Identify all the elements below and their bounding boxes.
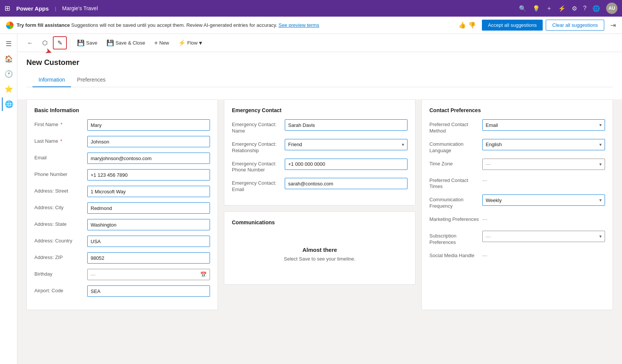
phone-input[interactable]: [87, 169, 210, 180]
sidebar-menu-icon[interactable]: ☰: [2, 37, 15, 51]
app-layout: ☰ 🏠 🕐 ⭐ 🌐 ← ⬡ ✎ ➤ 💾 Save: [0, 34, 622, 364]
contact-times-field: Preferred Contact Times ---: [429, 175, 605, 190]
flow-dropdown-icon: ▾: [199, 39, 202, 46]
contact-times-value: ---: [482, 175, 605, 183]
city-label: Address: City: [34, 202, 87, 211]
popout-button[interactable]: ⬡: [39, 37, 51, 49]
marketing-field: Marketing Preferences ---: [429, 214, 605, 226]
clear-all-button[interactable]: Clear all suggestions: [546, 20, 604, 31]
birthday-input[interactable]: [91, 272, 200, 278]
middle-column: Emergency Contact Emergency Contact: Nam…: [224, 99, 415, 310]
subscription-dropdown-icon: ▾: [599, 234, 602, 239]
accept-all-button[interactable]: Accept all suggestions: [482, 20, 543, 31]
sidebar: ☰ 🏠 🕐 ⭐ 🌐: [0, 34, 17, 364]
form-sections: Basic Information First Name * Last Name: [26, 99, 613, 310]
city-field: Address: City: [34, 202, 210, 214]
first-name-field: First Name *: [34, 119, 210, 131]
relationship-dropdown-icon: ▾: [402, 142, 404, 147]
sidebar-home-icon[interactable]: 🏠: [2, 52, 15, 66]
save-icon: 💾: [77, 39, 85, 46]
language-select[interactable]: English ▾: [482, 139, 605, 150]
city-input[interactable]: [87, 202, 210, 214]
timezone-field: Time Zone --- ▾: [429, 159, 605, 171]
state-field: Address: State: [34, 219, 210, 231]
airport-input[interactable]: [87, 285, 210, 297]
new-label: New: [159, 40, 169, 46]
emergency-relationship-select[interactable]: Friend ▾: [285, 139, 407, 150]
language-field: Communication Language English ▾: [429, 139, 605, 154]
save-button[interactable]: 💾 Save: [73, 37, 101, 49]
phone-label: Phone Number: [34, 169, 87, 178]
form-tabs: Information Preferences: [26, 73, 613, 87]
sidebar-data-icon[interactable]: 🌐: [2, 97, 15, 111]
lightbulb-icon[interactable]: 💡: [532, 5, 540, 12]
save-close-icon: 💾: [106, 39, 114, 46]
contact-times-label: Preferred Contact Times: [429, 175, 482, 190]
ai-banner: Try form fill assistance Suggestions wil…: [0, 17, 622, 34]
emergency-email-input[interactable]: [285, 178, 407, 189]
emergency-phone-label: Emergency Contact: Phone Number: [232, 159, 285, 174]
filter-icon[interactable]: ⚡: [558, 5, 566, 12]
save-close-button[interactable]: 💾 Save & Close: [103, 37, 149, 49]
first-name-input[interactable]: [87, 119, 210, 131]
comm-frequency-label: Communication Frequency: [429, 194, 482, 210]
zip-input[interactable]: [87, 252, 210, 264]
toolbar-separator-1: [70, 39, 70, 48]
timezone-select[interactable]: --- ▾: [482, 159, 605, 170]
sidebar-recent-icon[interactable]: 🕐: [2, 67, 15, 81]
flow-icon: ⚡: [178, 39, 186, 46]
thumbs-down-icon[interactable]: 👎: [468, 22, 476, 29]
country-label: Address: Country: [34, 236, 87, 244]
plus-icon[interactable]: ＋: [546, 5, 552, 12]
form-title: New Customer: [26, 58, 613, 67]
subscription-select[interactable]: --- ▾: [482, 231, 605, 242]
marketing-value: ---: [482, 214, 605, 222]
tab-information[interactable]: Information: [32, 73, 71, 87]
basic-info-title: Basic Information: [34, 107, 210, 113]
basic-info-section: Basic Information First Name * Last Name: [26, 99, 218, 310]
globe-icon[interactable]: 🌐: [593, 5, 600, 12]
thumbs-up-icon[interactable]: 👍: [458, 22, 466, 29]
country-input[interactable]: [87, 236, 210, 247]
form-sections-container: Basic Information First Name * Last Name: [17, 99, 622, 319]
preview-terms-link[interactable]: See preview terms: [278, 22, 319, 28]
banner-close-icon[interactable]: ⇥: [610, 21, 616, 29]
search-icon[interactable]: 🔍: [519, 5, 526, 12]
contact-method-select[interactable]: Email ▾: [482, 119, 605, 131]
birthday-input-wrapper[interactable]: 📅: [87, 269, 210, 280]
comm-frequency-select[interactable]: Weekly ▾: [482, 194, 605, 206]
street-input[interactable]: [87, 186, 210, 197]
last-name-input[interactable]: [87, 136, 210, 147]
email-label: Email: [34, 153, 87, 161]
comms-empty: Almost there Select Save to see your tim…: [232, 231, 407, 277]
social-media-label: Social Media Handle: [429, 250, 482, 259]
nav-separator: |: [55, 6, 56, 11]
timezone-dropdown-icon: ▾: [599, 162, 602, 167]
avatar[interactable]: AU: [606, 3, 617, 14]
comm-frequency-field: Communication Frequency Weekly ▾: [429, 194, 605, 210]
toolbar: ← ⬡ ✎ ➤ 💾 Save 💾 Save & Close: [17, 34, 622, 52]
back-icon: ←: [27, 40, 33, 46]
back-button[interactable]: ←: [23, 37, 37, 49]
state-input[interactable]: [87, 219, 210, 230]
top-nav-right: 🔍 💡 ＋ ⚡ ⚙ ? 🌐 AU: [519, 3, 617, 14]
zip-label: Address: ZIP: [34, 252, 87, 261]
calendar-icon[interactable]: 📅: [200, 271, 207, 278]
new-button[interactable]: + New: [150, 37, 173, 49]
marketing-label: Marketing Preferences: [429, 214, 482, 223]
edit-button[interactable]: ✎: [53, 36, 67, 49]
flow-button[interactable]: ⚡ Flow ▾: [174, 37, 206, 49]
emergency-name-label: Emergency Contact: Name: [232, 119, 285, 134]
email-input[interactable]: [87, 153, 210, 164]
tab-preferences[interactable]: Preferences: [71, 73, 111, 87]
form-wrapper: New Customer Information Preferences: [17, 52, 622, 99]
question-icon[interactable]: ?: [583, 5, 587, 12]
birthday-label: Birthday: [34, 269, 87, 278]
grid-icon[interactable]: ⊞: [5, 4, 10, 12]
sidebar-starred-icon[interactable]: ⭐: [2, 82, 15, 96]
thumbs-container: 👍 👎: [458, 22, 476, 29]
emergency-email-field: Emergency Contact: Email: [232, 178, 407, 193]
emergency-phone-input[interactable]: [285, 159, 407, 170]
settings-icon[interactable]: ⚙: [572, 5, 577, 12]
emergency-name-input[interactable]: [285, 119, 407, 131]
